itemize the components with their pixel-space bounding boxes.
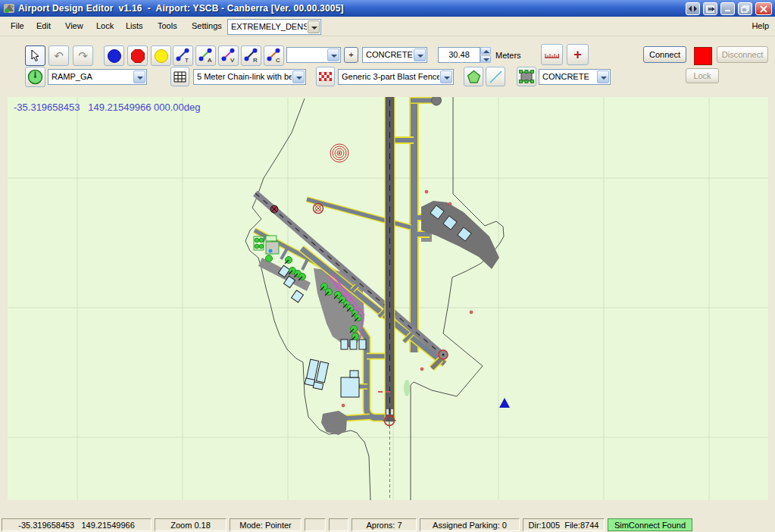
surface-combo[interactable]: CONCRETE — [362, 47, 427, 63]
ruler-icon — [544, 49, 560, 60]
menu-lock[interactable]: Lock — [92, 17, 118, 36]
airport-map-canvas[interactable] — [8, 97, 768, 500]
apron-surface-combo-value: CONCRETE — [542, 70, 596, 84]
vehicle-link-icon: V — [220, 48, 236, 64]
ramp-type-combo[interactable]: RAMP_GA — [48, 69, 147, 85]
vehicle-link-tool-button[interactable]: V — [218, 45, 239, 66]
window-arrows-button[interactable] — [686, 2, 700, 15]
minimize-button[interactable] — [720, 2, 735, 15]
blast-fence-combo-value: Generic 3-part Blast Fence — [342, 70, 439, 84]
status-assigned-parking: Assigned Parking: 0 — [420, 518, 520, 531]
chevron-down-icon[interactable] — [292, 70, 305, 83]
selection-handles-icon — [519, 70, 534, 83]
yellow-point-tool-button[interactable] — [151, 45, 171, 66]
chevron-down-icon[interactable] — [597, 70, 609, 83]
density-combo-value: EXTREMELY_DENSE — [231, 20, 307, 34]
blue-point-tool-button[interactable] — [104, 45, 124, 66]
left-right-arrows-icon — [689, 5, 697, 12]
lock-button[interactable]: Lock — [686, 68, 719, 83]
width-unit-label: Meters — [495, 50, 521, 61]
parking-dial-icon — [27, 69, 43, 85]
map-area[interactable]: -35.319658453 149.21549966 000.00deg — [8, 97, 768, 500]
svg-text:V: V — [230, 57, 235, 64]
closed-link-tool-button[interactable]: C — [264, 45, 284, 66]
width-spinner[interactable] — [480, 47, 491, 63]
status-zoom: Zoom 0.18 — [155, 518, 227, 531]
connection-status-indicator — [694, 47, 712, 65]
spin-down-icon[interactable] — [480, 55, 491, 63]
chevron-down-icon[interactable] — [308, 20, 320, 33]
menu-file[interactable]: File — [6, 17, 29, 36]
menu-lists[interactable]: Lists — [121, 17, 148, 36]
runway-end-marker-se — [439, 350, 448, 359]
blastpad-tool-button[interactable] — [316, 67, 335, 86]
menu-view[interactable]: View — [61, 17, 88, 36]
status-simconnect: SimConnect Found — [608, 518, 692, 531]
redo-button[interactable]: ↷ — [73, 45, 93, 66]
checker-icon — [319, 72, 332, 81]
pointer-arrow-icon — [30, 49, 41, 62]
apron-select-tool-button[interactable] — [517, 67, 536, 86]
surface-combo-value: CONCRETE — [366, 48, 413, 62]
undo-button[interactable]: ↶ — [48, 45, 69, 66]
blue-circle-icon — [107, 49, 122, 64]
measure-tool-button[interactable] — [541, 44, 563, 65]
parking-spot-tool-button[interactable] — [25, 67, 45, 87]
window-rollup-button[interactable] — [703, 2, 717, 15]
restore-button[interactable] — [738, 2, 752, 15]
menu-tools[interactable]: Tools — [153, 17, 182, 36]
fence-type-combo-value: 5 Meter Chain-link with ber — [197, 70, 292, 84]
spin-up-icon[interactable] — [480, 47, 491, 55]
minimize-icon — [724, 5, 732, 12]
window-title: Airport Design Editor v1.16 - Airport: Y… — [18, 3, 344, 14]
window-arrow-icon — [706, 5, 715, 13]
chevron-down-icon[interactable] — [414, 49, 426, 61]
connect-button[interactable]: Connect — [643, 46, 686, 63]
menu-help[interactable]: Help — [752, 17, 769, 36]
line-tool-button[interactable] — [486, 67, 505, 86]
svg-text:C: C — [276, 57, 280, 64]
terminal-building[interactable] — [421, 201, 499, 269]
red-point-tool-button[interactable] — [127, 45, 148, 66]
apron-link-icon: A — [198, 48, 214, 64]
chevron-down-icon[interactable] — [133, 70, 145, 83]
cursor-coordinates-readout: -35.319658453 149.21549966 000.00deg — [14, 102, 201, 113]
menu-edit[interactable]: Edit — [32, 17, 55, 36]
status-mode: Mode: Pointer — [230, 518, 302, 531]
app-window: Airport Design Editor v1.16 - Airport: Y… — [0, 0, 775, 532]
menu-settings[interactable]: Settings — [187, 17, 227, 36]
status-empty-2 — [329, 518, 348, 531]
beacon-triangle-marker — [499, 398, 510, 408]
close-icon — [760, 5, 767, 13]
closed-link-icon: C — [266, 48, 282, 64]
taxi-link-tool-button[interactable]: T — [173, 45, 193, 66]
status-coordinates: -35.319658453 149.21549966 — [2, 518, 152, 531]
compass-rose-marker — [330, 144, 348, 162]
add-point-button[interactable]: + — [567, 44, 589, 65]
width-input[interactable]: 30.48 — [438, 47, 480, 63]
svg-text:R: R — [253, 57, 258, 64]
restore-icon — [741, 5, 749, 13]
add-small-button[interactable]: + — [344, 47, 358, 63]
apron-link-tool-button[interactable]: A — [195, 45, 216, 66]
blast-fence-combo[interactable]: Generic 3-part Blast Fence — [338, 69, 454, 85]
pentagon-icon — [467, 70, 481, 84]
chevron-down-icon[interactable] — [327, 49, 339, 61]
density-combo[interactable]: EXTREMELY_DENSE — [227, 19, 321, 35]
close-button[interactable] — [755, 2, 772, 15]
app-icon — [3, 2, 15, 14]
menu-bar: File Edit View Lock Lists Tools Settings… — [0, 17, 775, 36]
polygon-tool-button[interactable] — [464, 67, 483, 86]
status-dir-file: Dir:1005 File:8744 — [523, 518, 605, 531]
title-bar[interactable]: Airport Design Editor v1.16 - Airport: Y… — [0, 0, 775, 17]
grid-tool-button[interactable] — [170, 67, 189, 86]
chevron-down-icon[interactable] — [440, 70, 452, 83]
runway-link-tool-button[interactable]: R — [241, 45, 261, 66]
fence-type-combo[interactable]: 5 Meter Chain-link with ber — [193, 69, 306, 85]
apron-surface-combo[interactable]: CONCRETE — [539, 69, 611, 85]
disconnect-button[interactable]: Disconnect — [717, 46, 768, 63]
pointer-tool-button[interactable] — [25, 45, 45, 66]
link-type-combo[interactable] — [286, 47, 341, 63]
redo-icon: ↷ — [78, 49, 88, 63]
runway-link-icon: R — [243, 48, 259, 64]
